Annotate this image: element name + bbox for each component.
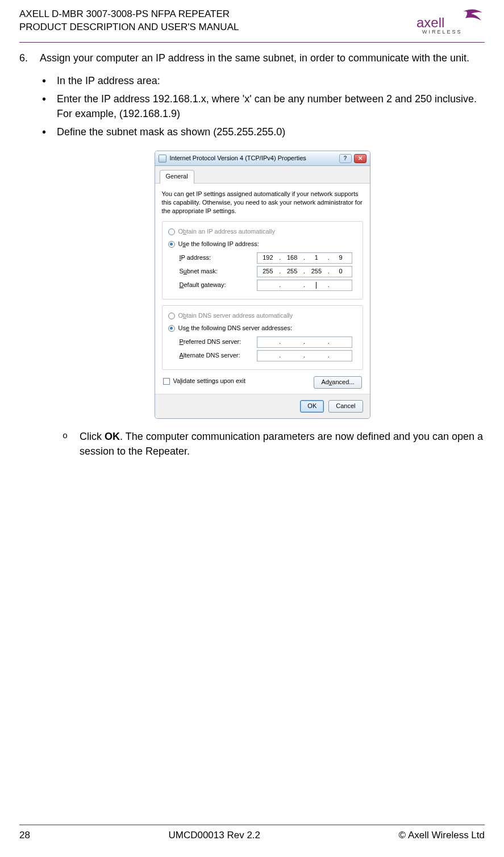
- footer-doc-rev: UMCD00013 Rev 2.2: [168, 830, 260, 841]
- subnet-mask-input[interactable]: 255. 255. 255. 0: [257, 266, 352, 277]
- validate-checkbox[interactable]: Validate settings upon exit: [163, 377, 246, 386]
- step-text: Assign your computer an IP address in th…: [40, 52, 469, 64]
- close-button[interactable]: ✕: [354, 154, 366, 163]
- radio-obtain-dns[interactable]: Obtain DNS server address automatically: [168, 311, 357, 321]
- alternate-dns-input[interactable]: . . .: [257, 350, 352, 361]
- ip-settings-group: Obtain an IP address automatically Use t…: [162, 221, 363, 299]
- step-6: 6. Assign your computer an IP address in…: [19, 51, 485, 459]
- radio-icon: [168, 228, 175, 235]
- header-rule: [19, 42, 485, 43]
- radio-icon: [168, 325, 175, 332]
- radio-use-ip[interactable]: Use the following IP address:: [168, 240, 357, 249]
- ip-address-input[interactable]: 192. 168. 1. 9: [257, 252, 352, 264]
- preferred-dns-input[interactable]: . . .: [257, 336, 352, 348]
- radio-icon: [168, 241, 175, 248]
- header-line2: PRODUCT DESCRIPTION AND USER'S MANUAL: [19, 21, 239, 34]
- radio-icon: [168, 313, 175, 319]
- dialog-footer: OK Cancel: [155, 394, 370, 418]
- subnet-mask-row: Subnet mask: 255. 255. 255. 0: [180, 266, 357, 277]
- tab-strip: General: [155, 166, 370, 184]
- advanced-button[interactable]: Advanced...: [314, 376, 361, 389]
- bullet-enter-ip: Enter the IP address 192.168.1.x, where …: [40, 91, 485, 121]
- ipv4-properties-dialog: Internet Protocol Version 4 (TCP/IPv4) P…: [155, 151, 370, 418]
- bullet-subnet: Define the subnet mask as shown (255.255…: [40, 124, 485, 139]
- tab-general[interactable]: General: [160, 170, 194, 184]
- svg-text:WIRELESS: WIRELESS: [422, 29, 463, 34]
- ip-address-row: IP address: 192. 168. 1. 9: [180, 252, 357, 264]
- header-line1: AXELL D-MBR 3007-3008-PS NFPA REPEATER: [19, 8, 239, 21]
- body-content: 6. Assign your computer an IP address in…: [19, 51, 485, 459]
- axell-logo: axell WIRELESS: [416, 8, 485, 34]
- dialog-title: Internet Protocol Version 4 (TCP/IPv4) P…: [170, 154, 306, 163]
- footer-copyright: © Axell Wireless Ltd: [399, 830, 485, 841]
- window-icon: [159, 155, 166, 163]
- radio-obtain-ip[interactable]: Obtain an IP address automatically: [168, 227, 357, 236]
- default-gateway-input[interactable]: . . .: [257, 280, 352, 291]
- dialog-titlebar: Internet Protocol Version 4 (TCP/IPv4) P…: [155, 151, 370, 166]
- footer-page-number: 28: [19, 830, 30, 841]
- preferred-dns-row: Preferred DNS server: . . .: [180, 336, 357, 348]
- cancel-button[interactable]: Cancel: [328, 400, 363, 413]
- ok-button[interactable]: OK: [300, 400, 324, 413]
- footer-rule: [19, 825, 485, 825]
- step-number: 6.: [19, 51, 28, 65]
- header-text: AXELL D-MBR 3007-3008-PS NFPA REPEATER P…: [19, 8, 239, 34]
- svg-text:axell: axell: [416, 15, 444, 30]
- dns-settings-group: Obtain DNS server address automatically …: [162, 305, 363, 370]
- substep-click-ok: Click OK. The computer communication par…: [59, 429, 485, 459]
- radio-use-dns[interactable]: Use the following DNS server addresses:: [168, 324, 357, 333]
- help-button[interactable]: ?: [339, 154, 352, 163]
- checkbox-icon: [163, 378, 170, 385]
- dialog-description: You can get IP settings assigned automat…: [162, 190, 363, 215]
- page-footer: 28 UMCD00013 Rev 2.2 © Axell Wireless Lt…: [19, 825, 485, 841]
- default-gateway-row: Default gateway: . . .: [180, 280, 357, 291]
- alternate-dns-row: Alternate DNS server: . . .: [180, 350, 357, 361]
- page-header: AXELL D-MBR 3007-3008-PS NFPA REPEATER P…: [19, 8, 485, 39]
- bullet-ip-area: In the IP address area:: [40, 73, 485, 88]
